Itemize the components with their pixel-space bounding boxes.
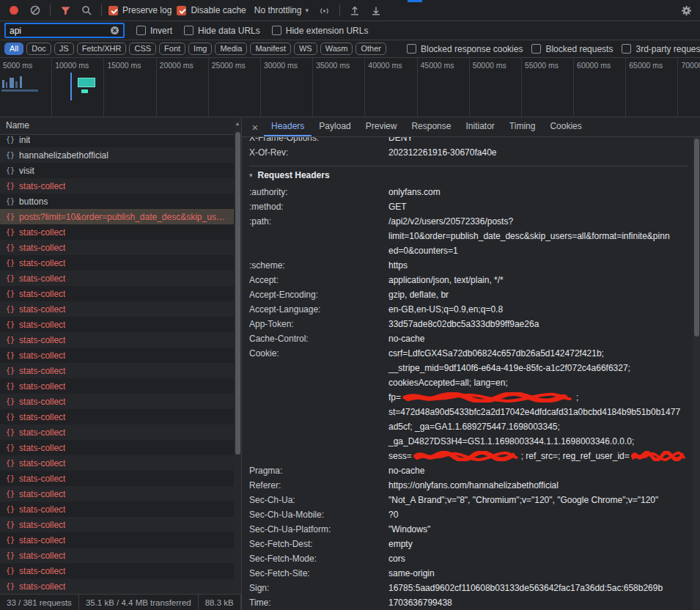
request-row[interactable]: {}stats-collect [0,486,241,501]
timeline-segment: 10000 ms [52,58,104,117]
preserve-log-checkbox[interactable]: Preserve log [108,5,172,15]
filter-chip-manifest[interactable]: Manifest [250,43,291,55]
request-list-scrollbar[interactable]: ▲ [234,119,241,594]
request-row[interactable]: {}buttons [0,194,241,209]
request-row[interactable]: {}stats-collect [0,286,241,301]
request-row[interactable]: {}stats-collect [0,363,241,378]
blocked-response-cookies-checkbox[interactable]: Blocked response cookies [407,44,523,54]
request-row[interactable]: {}stats-collect [0,548,241,563]
search-button[interactable] [78,2,95,18]
filter-chip-fetch-xhr[interactable]: Fetch/XHR [77,43,127,55]
request-row[interactable]: {}stats-collect [0,240,241,255]
request-row[interactable]: {}stats-collect [0,332,241,348]
request-row[interactable]: {}stats-collect [0,440,241,455]
filter-chip-wasm[interactable]: Wasm [320,43,353,55]
blocked-requests-checkbox[interactable]: Blocked requests [531,44,613,54]
request-headers-section[interactable]: ▾ Request Headers [249,166,688,185]
request-row[interactable]: {}stats-collect [0,378,241,394]
third-party-requests-checkbox[interactable]: 3rd-party requests [622,44,700,54]
request-row[interactable]: {}stats-collect [0,301,241,317]
clear-filter-icon[interactable] [110,26,119,35]
invert-checkbox[interactable]: Invert [136,26,172,36]
request-row[interactable]: {}init [0,135,241,147]
scroll-up-icon[interactable]: ▲ [234,119,241,126]
timeline-segments: 5000 ms10000 ms15000 ms20000 ms25000 ms3… [0,58,700,117]
filter-chip-all[interactable]: All [4,43,23,55]
filter-chip-media[interactable]: Media [215,43,247,55]
filter-funnel-icon [61,6,70,15]
timeline-tick-label: 30000 ms [264,61,298,70]
filter-chip-css[interactable]: CSS [129,43,156,55]
timeline-segment: 35000 ms [313,58,365,117]
request-row[interactable]: {}stats-collect [0,517,241,532]
name-column-header[interactable]: Name [0,117,241,135]
filter-chip-doc[interactable]: Doc [26,43,51,55]
script-file-icon: {} [6,490,15,498]
throttling-select[interactable]: No throttling ▾ [251,4,312,17]
filter-chip-img[interactable]: Img [188,43,212,55]
request-row[interactable]: {}stats-collect [0,563,241,578]
script-file-icon: {} [6,213,15,221]
request-row[interactable]: {}visit [0,163,241,178]
tab-cookies[interactable]: Cookies [542,117,589,136]
filter-chip-font[interactable]: Font [159,43,185,55]
request-name: stats-collect [19,412,65,422]
request-name: visit [19,166,34,176]
filter-toggle-button[interactable] [57,2,73,18]
request-row[interactable]: {}stats-collect [0,317,241,332]
network-conditions-button[interactable] [317,2,333,18]
filter-chip-js[interactable]: JS [54,43,74,55]
request-name: buttons [19,196,48,207]
timeline-overview[interactable]: 5000 ms10000 ms15000 ms20000 ms25000 ms3… [0,58,700,117]
tab-response[interactable]: Response [404,117,458,136]
request-row[interactable]: {}stats-collect [0,394,241,409]
timeline-tick-label: 5000 ms [3,61,32,70]
request-row[interactable]: {}stats-collect [0,409,241,425]
request-row[interactable]: {}stats-collect [0,348,241,363]
request-row[interactable]: {}stats-collect [0,271,241,286]
request-row[interactable]: {}stats-collect [0,425,241,440]
header-value: onlyfans.com [388,185,688,199]
request-row[interactable]: {}posts?limit=10&order=publish_date_desc… [0,209,241,224]
tab-payload[interactable]: Payload [312,117,358,136]
settings-button[interactable] [678,2,694,18]
hide-extension-urls-checkbox[interactable]: Hide extension URLs [272,26,369,36]
filter-chip-other[interactable]: Other [355,43,386,55]
request-row[interactable]: {}stats-collect [0,578,241,594]
request-row[interactable]: {}stats-collect [0,178,241,194]
tab-headers[interactable]: Headers [264,117,312,136]
details-scrollbar[interactable] [693,137,700,610]
record-button[interactable] [6,2,22,18]
request-row[interactable]: {}stats-collect [0,255,241,271]
request-name: stats-collect [19,427,65,438]
request-row[interactable]: {}stats-collect [0,224,241,240]
import-har-button[interactable] [347,2,363,18]
close-details-button[interactable]: × [246,117,264,136]
request-row[interactable]: {}stats-collect [0,532,241,548]
scrollbar-thumb[interactable] [694,139,699,337]
disable-cache-checkbox[interactable]: Disable cache [177,5,246,15]
request-row[interactable]: {}stats-collect [0,501,241,517]
header-value: "Not_A Brand";v="8", "Chromium";v="120",… [388,493,688,507]
request-row[interactable]: {}stats-collect [0,471,241,486]
timeline-tick-label: 50000 ms [473,61,506,70]
header-value: https://onlyfans.com/hannahelizabethoffi… [388,478,688,493]
tab-initiator[interactable]: Initiator [458,117,501,136]
details-tabs: × HeadersPayloadPreviewResponseInitiator… [242,117,700,137]
filter-chip-ws[interactable]: WS [294,43,317,55]
export-har-button[interactable] [368,2,384,18]
tab-preview[interactable]: Preview [358,117,405,136]
request-name: stats-collect [19,458,65,468]
filter-input[interactable]: api [4,23,125,38]
request-row[interactable]: {}stats-collect [0,455,241,471]
hide-data-urls-checkbox[interactable]: Hide data URLs [184,26,260,36]
header-row: :authority:onlyfans.com [249,185,688,199]
tab-timing[interactable]: Timing [502,117,543,136]
header-name: :scheme: [249,258,388,273]
header-row: :method:GET [249,199,688,214]
header-row: :path:/api2/v2/users/20572336/posts?limi… [249,214,688,258]
request-row[interactable]: {}hannahelizabethofficial [0,147,241,163]
scrollbar-thumb[interactable] [235,132,240,455]
request-name: stats-collect [19,320,65,330]
clear-button[interactable] [27,2,43,18]
